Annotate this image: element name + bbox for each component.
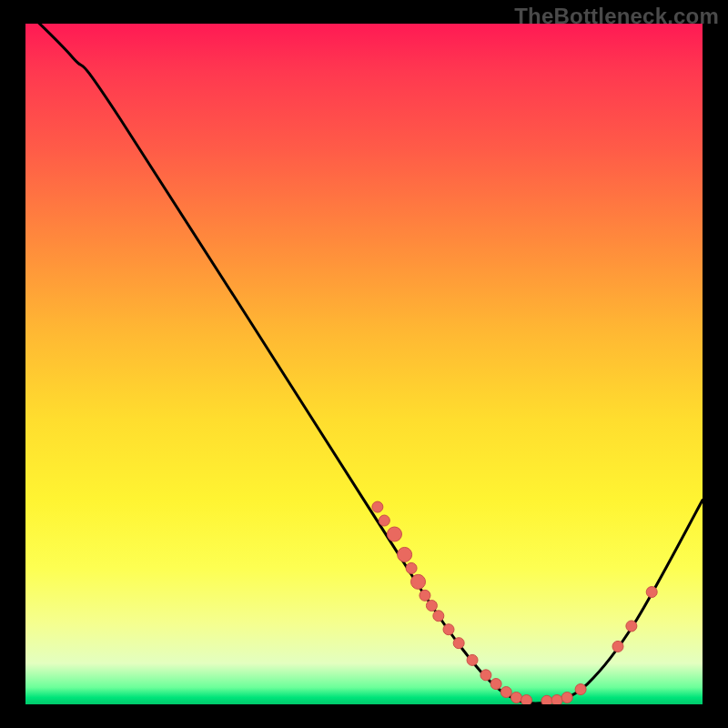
data-point [561, 693, 572, 703]
data-point [480, 670, 491, 681]
data-point [521, 695, 532, 704]
data-point [575, 684, 586, 695]
data-point [406, 562, 417, 573]
data-point [612, 641, 623, 652]
data-point [551, 695, 562, 704]
chart-plot-area [25, 24, 703, 704]
data-point [387, 527, 401, 541]
data-point [646, 587, 657, 598]
data-point [443, 624, 454, 635]
data-point [398, 547, 412, 561]
data-point [411, 574, 426, 589]
data-point [420, 590, 430, 601]
bottleneck-curve-chart [25, 24, 703, 704]
data-point [490, 679, 501, 690]
data-point [467, 654, 478, 665]
data-point [426, 601, 437, 612]
data-point [372, 501, 383, 512]
data-point [511, 693, 521, 703]
data-point [500, 687, 511, 698]
data-point [626, 621, 637, 632]
data-point [541, 695, 552, 704]
data-point [433, 611, 444, 622]
data-point [379, 515, 389, 526]
bottleneck-curve [25, 24, 703, 703]
data-point [453, 638, 464, 649]
